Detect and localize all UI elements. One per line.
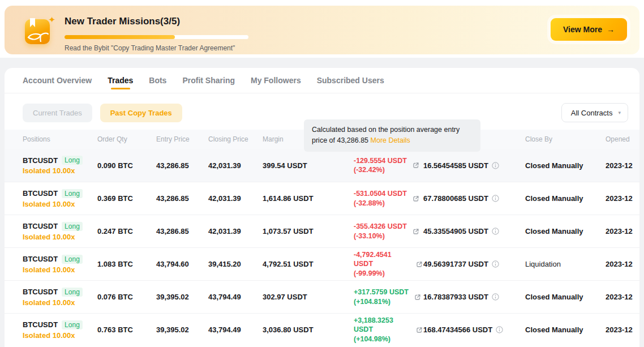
chevron-down-icon: ▾ — [618, 110, 621, 115]
info-icon[interactable] — [496, 326, 503, 333]
side-badge: Long — [62, 222, 83, 231]
table-row[interactable]: BTCUSDTLongIsolated 10.00x0.090 BTC43,28… — [5, 149, 639, 182]
pnl-value: +317.5759 USDT(+104.81%) — [354, 288, 409, 306]
pnl-value: -4,792.4541 USDT(-99.99%) — [354, 250, 410, 278]
symbol-label: BTCUSDT — [23, 288, 58, 296]
current-trades-button[interactable]: Current Trades — [23, 104, 92, 122]
side-badge: Long — [62, 288, 83, 297]
order-qty-cell: 0.763 BTC — [97, 325, 156, 334]
closed-pnl-cell: +317.5759 USDT(+104.81%) — [354, 288, 423, 306]
side-badge: Long — [62, 189, 83, 198]
margin-mode-label: Isolated 10.00x — [23, 298, 97, 307]
positions-cell: BTCUSDTLongIsolated 10.00x — [23, 320, 97, 340]
entry-price-cell: 43,286.85 — [156, 194, 208, 203]
info-icon[interactable] — [492, 260, 499, 268]
margin-cell: 1,614.86 USDT — [263, 194, 354, 203]
table-row[interactable]: BTCUSDTLongIsolated 10.00x1.083 BTC43,79… — [5, 247, 639, 280]
tab-my-followers[interactable]: My Followers — [251, 68, 301, 93]
share-external-link-icon[interactable] — [412, 161, 420, 169]
closed-pnl-cell: -531.0504 USDT(-32.88%) — [354, 189, 423, 208]
opened-cell: 2023-12 — [606, 161, 638, 170]
sparkle-icon: ✦ — [48, 15, 55, 25]
closing-price-cell: 42,031.39 — [208, 161, 263, 170]
share-external-link-icon[interactable] — [412, 195, 420, 203]
table-row[interactable]: BTCUSDTLongIsolated 10.00x0.369 BTC43,28… — [5, 182, 639, 215]
pnl-value: -355.4326 USDT(-33.10%) — [354, 222, 407, 241]
close-by-cell: Closed Manually — [525, 161, 606, 170]
trades-card: Account OverviewTradesBotsProfit Sharing… — [5, 68, 639, 347]
share-external-link-icon[interactable] — [415, 260, 423, 268]
table-row[interactable]: BTCUSDTLongIsolated 10.00x0.247 BTC43,28… — [5, 215, 639, 247]
close-by-cell: Closed Manually — [525, 293, 606, 301]
margin-mode-label: Isolated 10.00x — [23, 200, 97, 208]
view-more-button[interactable]: View More → — [551, 18, 627, 41]
banner-title: New Trader Missions(3/5) — [65, 16, 180, 27]
margin-cell: 3,036.80 USDT — [263, 325, 354, 334]
close-by-cell: Closed Manually — [525, 325, 606, 334]
filter-row: Current Trades Past Copy Trades All Cont… — [5, 93, 639, 122]
order-qty-cell: 0.090 BTC — [97, 161, 156, 170]
share-external-link-icon[interactable] — [415, 326, 423, 334]
tab-profit-sharing[interactable]: Profit Sharing — [182, 68, 235, 93]
column-header: Order Qty — [97, 135, 156, 143]
share-external-link-icon[interactable] — [414, 293, 422, 301]
positions-cell: BTCUSDTLongIsolated 10.00x — [23, 222, 97, 241]
tab-account-overview[interactable]: Account Overview — [23, 68, 92, 93]
closed-pnl-cell: -4,792.4541 USDT(-99.99%) — [354, 250, 423, 278]
missions-banner: ✦ New Trader Missions(3/5) Read the Bybi… — [5, 6, 639, 54]
table-row[interactable]: BTCUSDTLongIsolated 10.00x0.076 BTC39,39… — [5, 280, 639, 313]
arrow-right-icon: → — [607, 25, 615, 34]
past-copy-trades-button[interactable]: Past Copy Trades — [100, 104, 182, 122]
positions-cell: BTCUSDTLongIsolated 10.00x — [23, 189, 97, 208]
pnl-value: -531.0504 USDT(-32.88%) — [354, 189, 407, 208]
column-header: Entry Price — [156, 135, 208, 143]
margin-cell: 302.97 USDT — [263, 293, 354, 301]
symbol-label: BTCUSDT — [23, 189, 58, 198]
missions-book-icon: ✦ — [25, 17, 53, 45]
margin-mode-label: Isolated 10.00x — [23, 166, 97, 175]
closing-price-cell: 39,415.20 — [208, 260, 263, 268]
order-qty-cell: 0.247 BTC — [97, 227, 156, 235]
tab-bar: Account OverviewTradesBotsProfit Sharing… — [5, 68, 639, 93]
column-header: Positions — [23, 135, 97, 143]
contracts-dropdown[interactable]: All Contracts ▾ — [561, 103, 628, 122]
info-icon[interactable] — [492, 228, 499, 235]
closing-price-cell: 43,794.49 — [208, 293, 263, 301]
view-more-label: View More — [563, 25, 602, 34]
side-badge: Long — [62, 156, 83, 165]
table-row[interactable]: BTCUSDTLongIsolated 10.00x0.763 BTC39,39… — [5, 313, 639, 346]
pnl-value: -129.5554 USDT(-32.42%) — [354, 156, 407, 175]
funds-cell: 16.78387933 USDT — [423, 293, 525, 301]
tab-trades[interactable]: Trades — [108, 68, 133, 93]
funds-value: 16.78387933 USDT — [423, 293, 488, 301]
tab-subscribed-users[interactable]: Subscribed Users — [317, 68, 384, 93]
symbol-label: BTCUSDT — [23, 156, 58, 165]
tab-bots[interactable]: Bots — [149, 68, 166, 93]
info-icon[interactable] — [492, 293, 499, 301]
opened-cell: 2023-12 — [606, 260, 638, 268]
entry-price-cell: 43,286.85 — [156, 161, 208, 170]
close-by-cell: Liquidation — [525, 260, 606, 268]
opened-cell: 2023-12 — [606, 325, 638, 334]
margin-cell: 1,073.57 USDT — [263, 227, 354, 235]
positions-cell: BTCUSDTLongIsolated 10.00x — [23, 255, 97, 274]
positions-cell: BTCUSDTLongIsolated 10.00x — [23, 288, 97, 307]
info-icon[interactable] — [492, 195, 499, 202]
margin-mode-label: Isolated 10.00x — [23, 233, 97, 241]
pnl-value: +3,188.3253 USDT(+104.98%) — [354, 316, 410, 344]
order-qty-cell: 1.083 BTC — [97, 260, 156, 268]
column-header: Opened — [606, 135, 639, 143]
banner-subtitle: Read the Bybit "Copy Trading Master Trad… — [65, 44, 235, 52]
entry-price-cell: 43,794.60 — [156, 260, 208, 268]
closed-pnl-cell: -129.5554 USDT(-32.42%) — [354, 156, 423, 175]
positions-cell: BTCUSDTLongIsolated 10.00x — [23, 156, 97, 175]
tooltip-more-details-link[interactable]: More Details — [371, 136, 410, 144]
funds-value: 168.47434566 USDT — [423, 325, 492, 334]
margin-mode-label: Isolated 10.00x — [23, 331, 97, 340]
entry-price-cell: 39,395.02 — [156, 293, 208, 301]
info-icon[interactable] — [492, 162, 499, 169]
share-external-link-icon[interactable] — [412, 228, 420, 235]
margin-mode-label: Isolated 10.00x — [23, 265, 97, 274]
margin-cell: 4,792.51 USDT — [263, 260, 354, 268]
closed-pnl-cell: -355.4326 USDT(-33.10%) — [354, 222, 423, 241]
